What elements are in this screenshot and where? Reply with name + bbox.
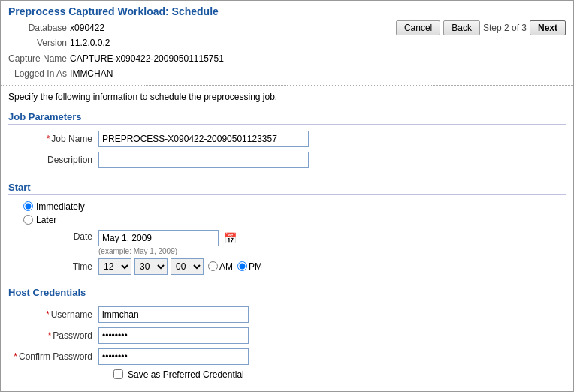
- ampm-group: AM PM: [208, 261, 262, 272]
- date-input-wrap: (example: May 1, 2009): [98, 230, 219, 255]
- confirm-password-input[interactable]: [98, 348, 249, 365]
- next-button[interactable]: Next: [530, 20, 566, 35]
- version-label: Version: [37, 35, 67, 50]
- immediately-label: Immediately: [36, 201, 85, 212]
- intro-text: Specify the following information to sch…: [1, 86, 573, 107]
- description-input[interactable]: [98, 152, 309, 168]
- job-name-label: *Job Name: [8, 134, 98, 144]
- back-button[interactable]: Back: [443, 20, 480, 35]
- cancel-button[interactable]: Cancel: [396, 20, 440, 35]
- host-credentials-section: Host Credentials *Username *Password *Co…: [1, 282, 573, 384]
- start-section: Start Immediately Later Date (example: M…: [1, 177, 573, 282]
- am-radio[interactable]: [208, 261, 218, 271]
- pm-radio[interactable]: [237, 261, 247, 271]
- immediately-option[interactable]: Immediately: [23, 201, 566, 212]
- step-text: Step 2 of 3: [483, 23, 527, 33]
- date-label: Date: [8, 230, 98, 242]
- meta-labels: Database Version Capture Name Logged In …: [8, 20, 67, 82]
- job-name-row: *Job Name: [8, 131, 566, 147]
- meta-values: x090422 11.2.0.0.2 CAPTURE-x090422-20090…: [70, 20, 224, 82]
- page-header: Preprocess Captured Workload: Schedule D…: [1, 1, 573, 86]
- pm-option[interactable]: PM: [237, 261, 262, 272]
- hour-select[interactable]: 12 010203 040506 070809 1011: [98, 258, 131, 275]
- confirm-password-row: *Confirm Password: [8, 348, 566, 365]
- username-label: *Username: [8, 309, 98, 320]
- immediately-radio[interactable]: [23, 201, 33, 211]
- password-input[interactable]: [98, 327, 249, 344]
- password-row: *Password: [8, 327, 566, 344]
- date-row: Date (example: May 1, 2009) 📅: [8, 230, 566, 255]
- start-radio-group: Immediately Later: [8, 201, 566, 225]
- host-credentials-title: Host Credentials: [8, 287, 566, 300]
- later-option[interactable]: Later: [23, 215, 566, 225]
- date-example: (example: May 1, 2009): [98, 247, 219, 255]
- save-credential-row: Save as Preferred Credential: [8, 369, 566, 380]
- header-meta: Database Version Capture Name Logged In …: [8, 20, 566, 82]
- time-row: Time 12 010203 040506 070809 1011 30 001…: [8, 258, 566, 275]
- required-star: *: [47, 134, 50, 144]
- start-title: Start: [8, 182, 566, 195]
- job-parameters-title: Job Parameters: [8, 111, 566, 125]
- username-row: *Username: [8, 306, 566, 323]
- logged-label: Logged In As: [14, 66, 67, 81]
- page-title: Preprocess Captured Workload: Schedule: [8, 5, 566, 17]
- password-label: *Password: [8, 330, 98, 341]
- job-name-input[interactable]: [98, 131, 309, 147]
- later-radio[interactable]: [23, 215, 33, 225]
- description-label: Description: [8, 155, 98, 165]
- am-option[interactable]: AM: [208, 261, 233, 272]
- later-label: Later: [36, 215, 56, 225]
- description-row: Description: [8, 152, 566, 168]
- am-label: AM: [219, 261, 233, 272]
- capture-value: CAPTURE-x090422-20090501115751: [70, 51, 224, 66]
- save-credential-checkbox[interactable]: [113, 369, 123, 379]
- save-credential-label: Save as Preferred Credential: [128, 369, 244, 380]
- version-value: 11.2.0.0.2: [70, 35, 224, 50]
- second-select[interactable]: 00 153045: [171, 258, 204, 275]
- logged-value: IMMCHAN: [70, 66, 224, 81]
- page-container: Preprocess Captured Workload: Schedule D…: [0, 0, 574, 392]
- calendar-icon[interactable]: 📅: [222, 230, 238, 246]
- pm-label: PM: [249, 261, 262, 272]
- header-actions: Cancel Back Step 2 of 3 Next: [396, 20, 566, 35]
- database-label: Database: [29, 20, 67, 35]
- capture-label: Capture Name: [8, 51, 67, 66]
- confirm-password-label: *Confirm Password: [8, 351, 98, 362]
- minute-select[interactable]: 30 001545: [134, 258, 168, 275]
- job-parameters-section: Job Parameters *Job Name Description: [1, 107, 573, 177]
- username-input[interactable]: [98, 306, 249, 323]
- database-value: x090422: [70, 20, 224, 35]
- time-label: Time: [8, 261, 98, 272]
- date-input[interactable]: [98, 230, 219, 246]
